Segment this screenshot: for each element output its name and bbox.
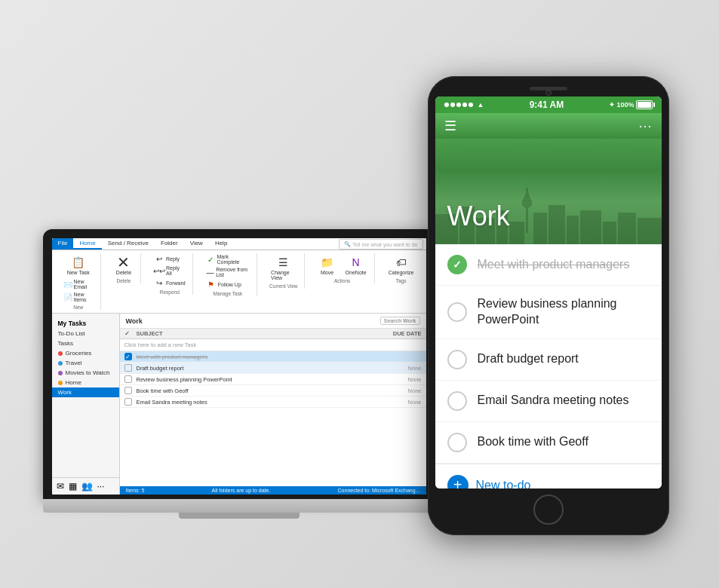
new-items-icon: 📄 [63,292,72,302]
task-circle-meet[interactable]: ✓ [447,255,467,274]
onenote-button[interactable]: N OneNote [343,253,370,277]
new-items-label: New Items [74,292,94,302]
nav-item-groceries[interactable]: Groceries [52,348,119,358]
phone-task-item-ppt[interactable]: Review business planning PowerPoint [435,286,662,339]
tasks-header-title: Work [126,317,143,325]
reply-button[interactable]: ↩ Reply [152,253,188,264]
mail-icon[interactable]: ✉ [57,481,64,492]
travel-dot [58,361,63,366]
people-icon[interactable]: 👥 [81,481,93,492]
sync-status: All folders are up to date. [212,488,271,493]
checkbox-empty-ppt [124,375,132,383]
tab-folder[interactable]: Folder [155,238,184,250]
outlook-status-bar: Items: 5 All folders are up to date. Con… [120,486,426,495]
task-check-meet[interactable]: ✓ [124,353,137,360]
battery-fill [638,102,651,108]
tab-send-receive[interactable]: Send / Receive [102,238,155,250]
phone-screen: ▲ 9:41 AM ✦ 100% ☰ [435,96,662,488]
remove-from-list-button[interactable]: — Remove from List [204,266,252,278]
ribbon-group-manage-task: ✓ Mark Complete — Remove from List ⚑ [199,253,257,296]
svg-rect-10 [567,216,579,244]
ribbon-body: 📋 New Task ✉️ New Email [52,250,426,313]
move-button[interactable]: 📁 Move [315,253,340,277]
remove-from-list-label: Remove from List [216,267,250,277]
follow-up-button[interactable]: ⚑ Follow Up [204,279,252,289]
hamburger-menu-icon[interactable]: ☰ [444,118,456,134]
tasks-table-header: ✓ SUBJECT DUE DATE [120,329,426,339]
nav-item-home-label: Home [66,379,81,386]
categorize-button[interactable]: 🏷 Categorize [386,253,417,277]
more-nav-icon[interactable]: ··· [97,481,105,492]
follow-up-label: Follow Up [218,282,241,287]
task-circle-ppt[interactable] [447,302,467,322]
task-row-geoff[interactable]: Book time with Geoff None [120,385,426,397]
reply-all-button[interactable]: ↩↩ Reply All [152,265,188,277]
tab-view[interactable]: View [184,238,209,250]
calendar-icon[interactable]: ▦ [69,481,77,492]
forward-button[interactable]: ↪ Forward [152,277,188,288]
delete-button[interactable]: ✕ Delete [112,253,136,277]
task-circle-sandra[interactable] [447,391,467,411]
new-email-button[interactable]: ✉️ New Email [61,278,96,290]
nav-item-movies[interactable]: Movies to Watch [52,368,119,378]
nav-item-groceries-label: Groceries [66,350,92,357]
task-circle-budget[interactable] [447,350,467,369]
nav-bottom-bar: ✉ ▦ 👥 ··· [52,477,119,495]
mark-complete-button[interactable]: ✓ Mark Complete [204,253,252,265]
task-row-sandra[interactable]: Email Sandra meeting notes None [120,397,426,408]
phone-task-item-sandra[interactable]: Email Sandra meeting notes [435,381,662,422]
ribbon-search-box[interactable]: 🔍 Tell me what you want to do [339,239,422,250]
task-row-budget[interactable]: Draft budget report None [120,363,426,374]
new-items-button[interactable]: 📄 New Items [61,291,96,303]
check-icon: ✓ [206,255,216,264]
change-view-button[interactable]: ☰ Change View [268,253,300,282]
svg-rect-7 [509,222,524,244]
nav-item-todo-list[interactable]: To-Do List [52,329,119,338]
more-options-icon[interactable]: ··· [638,118,652,134]
nav-item-todo-label: To-Do List [58,330,85,337]
phone-home-button[interactable] [533,495,564,525]
reply-label: Reply [166,256,180,262]
task-check-sandra[interactable] [124,398,137,406]
tab-help[interactable]: Help [209,238,233,250]
phone-task-item-budget[interactable]: Draft budget report [435,339,662,381]
new-todo-button[interactable]: + New to-do [435,464,662,488]
task-row-meet[interactable]: ✓ Meet with product managers [120,351,426,363]
new-task-label: New Task [67,270,90,275]
task-circle-geoff[interactable] [447,433,467,452]
reply-all-label: Reply All [166,265,186,276]
add-circle-icon: + [447,475,469,488]
new-task-button[interactable]: 📋 New Task [64,253,93,277]
categorize-icon: 🏷 [392,255,410,270]
task-row-ppt[interactable]: Review business planning PowerPoint None [120,374,426,385]
categorize-label: Categorize [389,270,414,275]
phone-task-item-meet[interactable]: ✓ Meet with product managers [435,244,662,286]
search-tasks-placeholder: Search Work [384,318,416,323]
phone-task-text-meet: Meet with product managers [478,257,650,273]
nav-item-tasks[interactable]: Tasks [52,338,119,348]
nav-item-home[interactable]: Home [52,378,119,387]
phone-camera [545,90,552,96]
add-new-task[interactable]: Click here to add a new Task [120,339,426,351]
tab-file[interactable]: File [52,238,74,250]
outlook-main: My Tasks To-Do List Tasks Groceries [52,314,426,495]
task-check-geoff[interactable] [124,387,137,394]
task-check-ppt[interactable] [124,375,137,383]
task-subject-budget: Draft budget report [137,365,384,372]
reply-icon: ↩ [154,254,164,263]
nav-item-work[interactable]: Work [52,387,119,397]
movies-dot [58,371,63,375]
svg-rect-9 [548,205,565,244]
tasks-search-box[interactable]: Search Work [380,317,420,325]
main-scene: File Home Send / Receive Folder View Hel… [20,30,699,558]
svg-rect-8 [533,213,547,244]
task-check-budget[interactable] [124,364,137,372]
phone-task-item-geoff[interactable]: Book time with Geoff [435,422,662,464]
laptop-screen: File Home Send / Receive Folder View Hel… [52,238,426,495]
nav-item-travel[interactable]: Travel [52,358,119,368]
plus-icon: + [453,476,462,488]
due-column-header: DUE DATE [384,330,422,337]
checkbox-empty-sandra [124,398,132,406]
tab-home[interactable]: Home [73,238,101,250]
delete-label: Delete [116,270,131,275]
